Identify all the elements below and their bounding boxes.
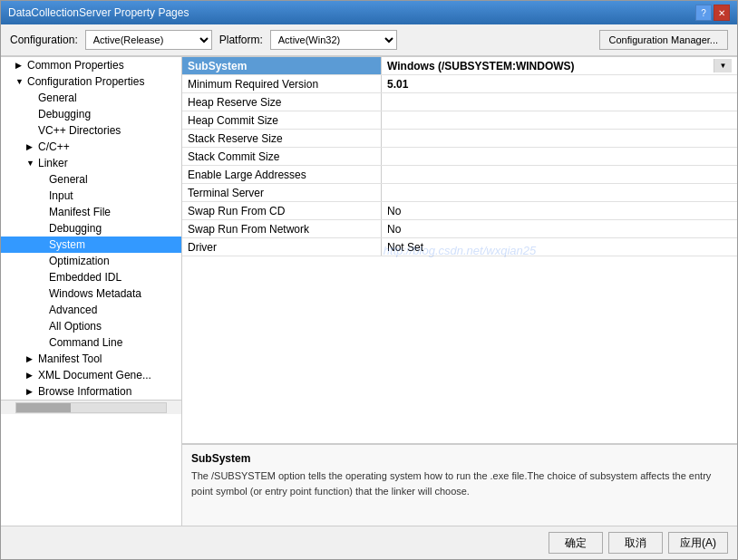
property-value [382, 130, 737, 147]
scrollbar-thumb[interactable] [16, 403, 71, 412]
property-row: Stack Commit Size [182, 148, 737, 166]
platform-select[interactable]: Active(Win32) [270, 30, 397, 50]
tree-item-label: Linker [38, 157, 68, 169]
main-content: ▶Common Properties▼Configuration Propert… [1, 56, 737, 526]
tree-item-label: All Options [49, 320, 102, 333]
tree-item[interactable]: Manifest File [1, 204, 181, 220]
property-value-text: No [387, 205, 732, 217]
tree-item-label: Browse Information [38, 385, 131, 398]
tree-item[interactable]: Command Line [1, 334, 181, 351]
tree-arrow-icon: ▶ [15, 61, 24, 70]
tree-item[interactable]: ▼Configuration Properties [1, 73, 181, 90]
toolbar: Configuration: Active(Release) Platform:… [1, 24, 737, 56]
property-value [382, 93, 737, 111]
property-value [382, 111, 737, 129]
description-text: The /SUBSYSTEM option tells the operatin… [191, 468, 728, 498]
dropdown-arrow-icon[interactable]: ▼ [714, 59, 732, 72]
tree-item-label: Input [49, 189, 73, 202]
property-value: Not Set [382, 238, 737, 256]
tree-arrow-icon: ▶ [26, 142, 35, 151]
close-button[interactable]: ✕ [714, 5, 730, 21]
tree-item[interactable]: ▼Linker [1, 155, 181, 171]
tree-item-label: Manifest File [49, 206, 111, 218]
tree-item[interactable]: VC++ Directories [1, 122, 181, 139]
property-name: Heap Commit Size [182, 111, 382, 129]
tree-item[interactable]: Advanced [1, 302, 181, 318]
tree-item[interactable]: Windows Metadata [1, 285, 181, 302]
property-name: Swap Run From Network [182, 220, 382, 237]
tree-item[interactable]: Input [1, 188, 181, 204]
config-manager-button[interactable]: Configuration Manager... [599, 30, 728, 50]
property-row[interactable]: SubSystemWindows (/SUBSYSTEM:WINDOWS)▼ [182, 57, 737, 75]
tree-item[interactable]: System [1, 237, 181, 253]
property-row: Stack Reserve Size [182, 130, 737, 148]
tree-item-label: Common Properties [27, 59, 124, 72]
property-value [382, 166, 737, 183]
property-row: Terminal Server [182, 184, 737, 202]
tree-item[interactable]: ▶Browse Information [1, 383, 181, 400]
tree-item-label: Advanced [49, 304, 97, 316]
main-window: DataCollectionServer Property Pages ? ✕ … [0, 0, 738, 560]
cancel-button[interactable]: 取消 [608, 532, 663, 554]
property-value-text: Windows (/SUBSYSTEM:WINDOWS) [387, 60, 714, 72]
tree-arrow-icon: ▶ [26, 354, 35, 363]
tree-arrow-icon: ▼ [15, 77, 24, 86]
tree-item-label: General [38, 92, 77, 104]
right-panel: http://blog.csdn.net/wxqian25 SubSystemW… [182, 57, 737, 526]
tree-item[interactable]: ▶XML Document Gene... [1, 367, 181, 383]
description-title: SubSystem [191, 452, 728, 465]
property-name: Swap Run From CD [182, 202, 382, 219]
tree-item[interactable]: Optimization [1, 253, 181, 269]
apply-button[interactable]: 应用(A) [668, 532, 728, 554]
props-container: SubSystemWindows (/SUBSYSTEM:WINDOWS)▼Mi… [182, 57, 737, 256]
tree-item-label: C/C++ [38, 140, 70, 153]
property-name: Stack Reserve Size [182, 130, 382, 147]
property-value: No [382, 220, 737, 237]
tree-item-label: General [49, 173, 88, 186]
tree-item[interactable]: ▶C/C++ [1, 139, 181, 155]
tree-item-label: Optimization [49, 255, 110, 267]
property-row: Enable Large Addresses [182, 166, 737, 184]
config-select[interactable]: Active(Release) [85, 30, 212, 50]
tree-item[interactable]: Embedded IDL [1, 269, 181, 285]
tree-item-label: Command Line [49, 336, 122, 349]
property-row: Minimum Required Version5.01 [182, 75, 737, 93]
help-button[interactable]: ? [695, 5, 712, 21]
property-name: Terminal Server [182, 184, 382, 201]
tree-arrow-icon: ▶ [26, 387, 35, 396]
property-name: Driver [182, 238, 382, 256]
property-name: Enable Large Addresses [182, 166, 382, 183]
tree-item-label: Debugging [49, 222, 102, 235]
title-bar: DataCollectionServer Property Pages ? ✕ [1, 1, 737, 24]
tree-item[interactable]: General [1, 171, 181, 188]
tree-item[interactable]: General [1, 90, 181, 106]
tree-item-label: VC++ Directories [38, 124, 121, 137]
property-value [382, 148, 737, 165]
tree-item[interactable]: ▶Manifest Tool [1, 351, 181, 367]
bottom-bar: 确定 取消 应用(A) [1, 526, 737, 559]
tree-item[interactable]: ▶Common Properties [1, 57, 181, 73]
property-value[interactable]: Windows (/SUBSYSTEM:WINDOWS)▼ [382, 57, 737, 74]
property-value [382, 184, 737, 201]
property-name: Heap Reserve Size [182, 93, 382, 111]
config-label: Configuration: [10, 34, 78, 46]
horizontal-scrollbar-area [1, 400, 181, 414]
tree-item-label: Configuration Properties [27, 75, 144, 88]
property-name: Stack Commit Size [182, 148, 382, 165]
description-panel: SubSystem The /SUBSYSTEM option tells th… [182, 444, 737, 526]
tree-item[interactable]: Debugging [1, 106, 181, 122]
property-name: Minimum Required Version [182, 75, 382, 92]
tree-item[interactable]: Debugging [1, 220, 181, 237]
tree-view: ▶Common Properties▼Configuration Propert… [1, 57, 181, 400]
property-value-text: Not Set [387, 241, 732, 254]
tree-item[interactable]: All Options [1, 318, 181, 334]
properties-table: http://blog.csdn.net/wxqian25 SubSystemW… [182, 57, 737, 444]
window-title: DataCollectionServer Property Pages [8, 6, 189, 19]
property-row: Heap Reserve Size [182, 93, 737, 111]
ok-button[interactable]: 确定 [549, 532, 603, 554]
property-value: No [382, 202, 737, 219]
property-row: DriverNot Set [182, 238, 737, 256]
property-row: Swap Run From NetworkNo [182, 220, 737, 238]
tree-item-label: System [49, 238, 85, 251]
horizontal-scrollbar[interactable] [15, 402, 167, 413]
